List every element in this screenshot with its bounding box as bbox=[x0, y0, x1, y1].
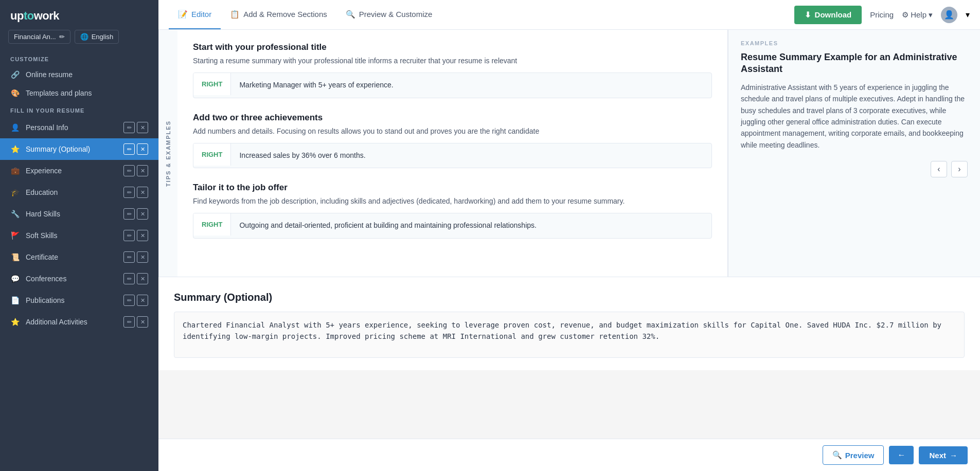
examples-prev-button[interactable]: ‹ bbox=[931, 161, 947, 177]
edit-section-button[interactable]: ✏ bbox=[123, 165, 135, 176]
sidebar-item-label: Online resume bbox=[26, 70, 148, 79]
summary-section: Summary (Optional) bbox=[158, 277, 980, 370]
language-label: English bbox=[92, 33, 114, 41]
item-actions: ✏ ✕ bbox=[123, 165, 148, 176]
tab-add-remove[interactable]: 📋 Add & Remove Sections bbox=[221, 0, 336, 29]
chevron-left-icon: ‹ bbox=[937, 165, 940, 174]
graduation-icon: 🎓 bbox=[10, 188, 20, 196]
delete-section-button[interactable]: ✕ bbox=[137, 295, 148, 306]
edit-section-button[interactable]: ✏ bbox=[123, 316, 135, 328]
item-actions: ✏ ✕ bbox=[123, 251, 148, 263]
sidebar-item-soft-skills[interactable]: 🚩 Soft Skills ✏ ✕ bbox=[0, 225, 158, 246]
tip-example-3: RIGHT Outgoing and detail-oriented, prof… bbox=[193, 213, 712, 239]
tips-side-label: TIPS & EXAMPLES bbox=[158, 30, 177, 277]
sidebar-item-experience[interactable]: 💼 Experience ✏ ✕ bbox=[0, 160, 158, 182]
examples-next-button[interactable]: › bbox=[951, 161, 968, 177]
certificate-icon: 📜 bbox=[10, 253, 20, 261]
content-area: TIPS & EXAMPLES Start with your professi… bbox=[158, 30, 980, 439]
sidebar-item-summary[interactable]: ⭐ Summary (Optional) ✏ ✕ bbox=[0, 138, 158, 160]
delete-section-button[interactable]: ✕ bbox=[137, 230, 148, 241]
summary-textarea[interactable] bbox=[174, 312, 965, 358]
item-actions: ✏ ✕ bbox=[123, 187, 148, 198]
tip-title-3: Tailor it to the job offer bbox=[193, 183, 712, 193]
editor-tab-label: Editor bbox=[191, 10, 211, 19]
globe-icon: 🌐 bbox=[80, 33, 88, 41]
tip-title-2: Add two or three achievements bbox=[193, 113, 712, 123]
edit-section-button[interactable]: ✏ bbox=[123, 187, 135, 198]
tab-editor[interactable]: 📝 Editor bbox=[169, 0, 221, 29]
tip-section-2: Add two or three achievements Add number… bbox=[193, 113, 712, 169]
item-actions: ✏ ✕ bbox=[123, 143, 148, 155]
avatar[interactable]: 👤 bbox=[941, 7, 957, 23]
sidebar-item-label: Templates and plans bbox=[26, 89, 148, 97]
edit-section-button[interactable]: ✏ bbox=[123, 230, 135, 241]
chevron-down-icon: ▾ bbox=[929, 10, 933, 20]
chevron-right-icon: › bbox=[958, 165, 960, 174]
language-button[interactable]: 🌐 English bbox=[75, 30, 119, 44]
add-remove-icon: 📋 bbox=[230, 10, 240, 19]
right-text-3: Outgoing and detail-oriented, proficient… bbox=[231, 213, 544, 238]
edit-section-button[interactable]: ✏ bbox=[123, 295, 135, 306]
delete-section-button[interactable]: ✕ bbox=[137, 251, 148, 263]
delete-section-button[interactable]: ✕ bbox=[137, 316, 148, 328]
delete-section-button[interactable]: ✕ bbox=[137, 187, 148, 198]
sidebar-item-label: Personal Info bbox=[26, 123, 117, 132]
flag-icon: 🚩 bbox=[10, 231, 20, 240]
edit-section-button[interactable]: ✏ bbox=[123, 122, 135, 133]
edit-section-button[interactable]: ✏ bbox=[123, 208, 135, 220]
right-badge-3: RIGHT bbox=[193, 213, 231, 236]
examples-title: Resume Summary Example for an Administra… bbox=[741, 51, 968, 76]
filename-button[interactable]: Financial An... ✏ bbox=[8, 30, 70, 44]
tip-desc-2: Add numbers and details. Focusing on res… bbox=[193, 126, 712, 137]
delete-section-button[interactable]: ✕ bbox=[137, 165, 148, 176]
delete-section-button[interactable]: ✕ bbox=[137, 122, 148, 133]
examples-nav: ‹ › bbox=[741, 161, 968, 177]
item-actions: ✏ ✕ bbox=[123, 273, 148, 284]
help-menu[interactable]: ⚙ Help ▾ bbox=[902, 10, 933, 20]
preview-button[interactable]: 🔍 Preview bbox=[823, 445, 884, 465]
sidebar-item-label: Publications bbox=[26, 296, 117, 304]
right-text-2: Increased sales by 36% over 6 months. bbox=[231, 143, 373, 168]
examples-panel: EXAMPLES Resume Summary Example for an A… bbox=[728, 30, 980, 277]
filename-label: Financial An... bbox=[14, 33, 56, 41]
tip-example-1: RIGHT Marketing Manager with 5+ years of… bbox=[193, 73, 712, 98]
help-label: Help bbox=[911, 10, 926, 19]
back-button[interactable]: ← bbox=[889, 446, 914, 464]
gear-icon: ⚙ bbox=[902, 10, 908, 20]
right-text-1: Marketing Manager with 5+ years of exper… bbox=[231, 73, 401, 98]
tip-desc-3: Find keywords from the job description, … bbox=[193, 196, 712, 207]
next-label: Next bbox=[929, 451, 946, 460]
sidebar-item-personal-info[interactable]: 👤 Personal Info ✏ ✕ bbox=[0, 117, 158, 138]
sidebar-item-publications[interactable]: 📄 Publications ✏ ✕ bbox=[0, 289, 158, 311]
edit-section-button[interactable]: ✏ bbox=[123, 143, 135, 155]
item-actions: ✏ ✕ bbox=[123, 230, 148, 241]
tips-content: Start with your professional title Start… bbox=[177, 30, 728, 277]
sidebar-item-conferences[interactable]: 💬 Conferences ✏ ✕ bbox=[0, 268, 158, 289]
pricing-link[interactable]: Pricing bbox=[870, 10, 894, 19]
sidebar-item-online-resume[interactable]: 🔗 Online resume bbox=[0, 65, 158, 84]
tip-desc-1: Starting a resume summary with your prof… bbox=[193, 56, 712, 66]
sidebar-item-label: Education bbox=[26, 188, 117, 196]
edit-section-button[interactable]: ✏ bbox=[123, 273, 135, 284]
sidebar-item-hard-skills[interactable]: 🔧 Hard Skills ✏ ✕ bbox=[0, 203, 158, 225]
add-remove-label: Add & Remove Sections bbox=[243, 10, 327, 19]
avatar-icon: 👤 bbox=[944, 10, 954, 20]
star-icon: ⭐ bbox=[10, 145, 20, 153]
examples-body: Administrative Assistant with 5 years of… bbox=[741, 82, 968, 151]
sidebar-item-education[interactable]: 🎓 Education ✏ ✕ bbox=[0, 182, 158, 203]
delete-section-button[interactable]: ✕ bbox=[137, 208, 148, 220]
delete-section-button[interactable]: ✕ bbox=[137, 143, 148, 155]
main-area: 📝 Editor 📋 Add & Remove Sections 🔍 Previ… bbox=[158, 0, 980, 471]
delete-section-button[interactable]: ✕ bbox=[137, 273, 148, 284]
sidebar-item-additional-activities[interactable]: ⭐ Additional Activities ✏ ✕ bbox=[0, 311, 158, 333]
edit-section-button[interactable]: ✏ bbox=[123, 251, 135, 263]
tab-preview-customize[interactable]: 🔍 Preview & Customize bbox=[336, 0, 442, 29]
next-button[interactable]: Next → bbox=[919, 446, 968, 464]
sidebar-item-label: Additional Activities bbox=[26, 318, 117, 326]
back-icon: ← bbox=[897, 450, 905, 459]
document-icon: 📄 bbox=[10, 296, 20, 304]
logo-text: up bbox=[10, 9, 24, 22]
sidebar-item-templates-plans[interactable]: 🎨 Templates and plans bbox=[0, 84, 158, 102]
download-button[interactable]: ⬇ Download bbox=[794, 6, 862, 24]
sidebar-item-certificate[interactable]: 📜 Certificate ✏ ✕ bbox=[0, 246, 158, 268]
